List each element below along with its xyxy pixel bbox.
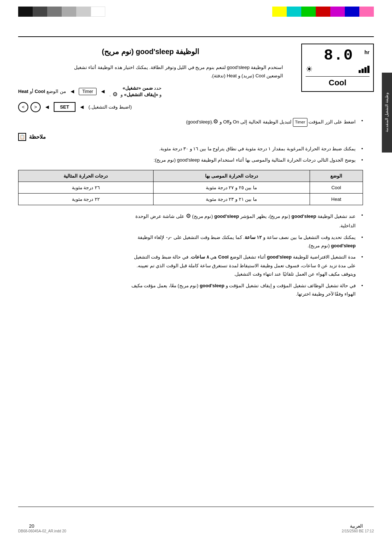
table-cell-ideal-cool: ٢٦ درجة مئوية bbox=[19, 182, 154, 194]
arrow-1: ◄ bbox=[100, 88, 106, 95]
set-button[interactable]: SET bbox=[54, 102, 75, 112]
table-cell-recommended-cool: ما بين ٢٥ و ٢٧ درجة مئوية bbox=[153, 182, 310, 194]
color-strip-left bbox=[18, 7, 105, 17]
table-cell-recommended-heat: ما بين ٢١ و ٢٣ درجة مئوية bbox=[153, 194, 310, 205]
icon-settings: ⚙ bbox=[113, 91, 118, 97]
bullet-4: يمكنك تحديد وقت التشغيل ما بين نصف ساعة … bbox=[127, 233, 363, 250]
table-row-heat: Heat ما بين ٢١ و ٢٣ درجة مئوية ٢٢ درجة م… bbox=[19, 194, 363, 205]
section-title: الوظيفة good'sleep (نوم مريح) bbox=[18, 47, 363, 56]
display-hr: hr bbox=[364, 49, 369, 55]
bullet-6: في حالة تشغيل الوظائف تشغيل المؤقت و إيق… bbox=[127, 281, 363, 299]
table-header-mode: الوضع bbox=[310, 170, 363, 182]
table-header-ideal: درجات الحرارة المثالية bbox=[19, 170, 154, 182]
bullet-3: عند تشغيل الوظيفة good'sleep (نوم مريح)،… bbox=[127, 211, 363, 230]
next-button[interactable]: > bbox=[18, 102, 28, 112]
bullet-5: مدة التشغيل الافتراضية للوظيفة good'slee… bbox=[127, 253, 363, 278]
icon-off: . bbox=[109, 92, 110, 97]
page-language: العربية bbox=[350, 523, 363, 529]
right-sidebar: وظيفة التشغيل المتقدمة bbox=[382, 73, 392, 153]
page-number: 20 bbox=[29, 523, 34, 529]
prev-button[interactable]: < bbox=[30, 102, 41, 112]
instruction-row-1: حدد ضمن «تشغيل»و «إيقاف التشغيل» و ⚙ . ◄… bbox=[18, 85, 363, 98]
date-reference: 2/15/2560 BE 17:12 bbox=[342, 529, 374, 533]
instruction-1-left: من الوضع Cool أو Heat bbox=[18, 89, 66, 94]
temperature-table: الوضع درجات الحرارة الموصى بها درجات الح… bbox=[18, 170, 363, 205]
arrow-set2: ◄ bbox=[44, 104, 50, 110]
timer-note: اضغط على الزر المؤقت Timer لتبديل الوظيف… bbox=[127, 117, 363, 127]
note-bullet-1: يمكنك ضبط درجة الحرارة المرغوبة بمقدار ١… bbox=[127, 145, 363, 153]
table-cell-mode-cool: Cool bbox=[310, 182, 363, 194]
intro-text: استخدم الوظيفة good'sleep لتنعم بنوم مري… bbox=[73, 63, 283, 80]
note-label: ملاحظة bbox=[29, 134, 46, 140]
note-bullet-2: يوضح الجدول التالي درجات الحرارة المثالي… bbox=[127, 156, 363, 164]
note-section: ملاحظة 📋 يمكنك ضبط درجة الحرارة المرغوبة… bbox=[18, 133, 363, 165]
arrow-2: ◄ bbox=[70, 88, 75, 95]
main-content: الوظيفة good'sleep (نوم مريح) استخدم الو… bbox=[18, 40, 363, 505]
table-cell-ideal-heat: ٢٢ درجة مئوية bbox=[19, 194, 154, 205]
color-strip-right bbox=[272, 7, 374, 17]
nav-buttons: < > bbox=[18, 102, 41, 112]
file-reference: DB68-06045A-02_AR.indd 20 bbox=[18, 529, 66, 533]
table-row-cool: Cool ما بين ٢٥ و ٢٧ درجة مئوية ٢٦ درجة م… bbox=[19, 182, 363, 194]
instruction-detail: حدد ضمن «تشغيل»و «إيقاف التشغيل» و bbox=[121, 85, 162, 97]
set-row: (اضبط وقت التشغيل.) ◄ SET ◄ < > bbox=[18, 102, 363, 112]
top-divider bbox=[18, 36, 374, 37]
table-cell-mode-heat: Heat bbox=[310, 194, 363, 205]
instruction-1-right: حدد ضمن «تشغيل»و «إيقاف التشغيل» و ⚙ . bbox=[109, 85, 162, 98]
note-icon: 📋 bbox=[18, 133, 26, 141]
set-instruction: (اضبط وقت التشغيل.) bbox=[89, 104, 132, 110]
note-title: ملاحظة 📋 bbox=[18, 133, 363, 141]
bottom-divider bbox=[18, 507, 374, 507]
timer-button: Timer bbox=[79, 88, 96, 95]
table-header-recommended: درجات الحرارة الموصى بها bbox=[153, 170, 310, 182]
arrow-set: ◄ bbox=[79, 104, 85, 110]
sidebar-text: وظيفة التشغيل المتقدمة bbox=[384, 93, 389, 132]
